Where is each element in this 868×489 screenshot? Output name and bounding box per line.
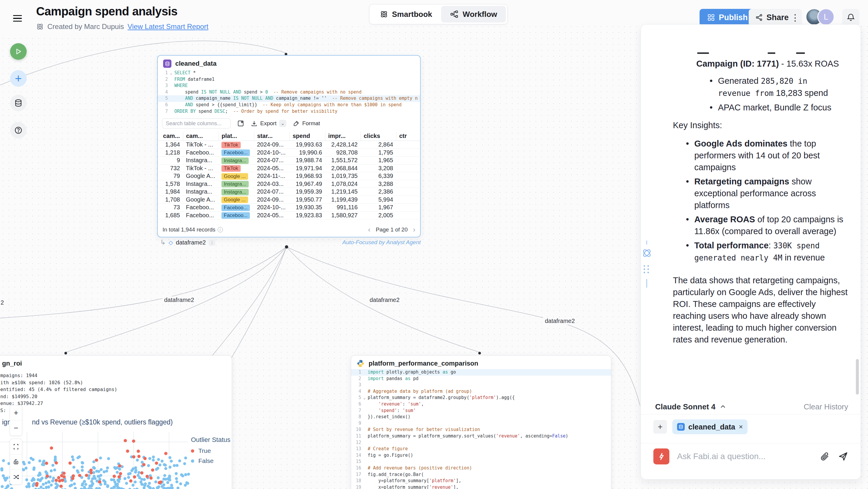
code-line[interactable]: 2import pandas as pd (351, 376, 611, 382)
tab-workflow[interactable]: Workflow (441, 6, 506, 23)
column-header[interactable]: plat... (218, 131, 254, 141)
remove-context-button[interactable]: × (739, 423, 743, 431)
tab-smartbook[interactable]: Smartbook (371, 6, 441, 23)
code-line[interactable]: 4 spend IS NOT NULL AND spend > 0 -- Rem… (158, 89, 420, 96)
table-row[interactable]: 1,984Instagra...Instagra...2024-07...19,… (158, 188, 421, 196)
sql-code-editor[interactable]: 1⌄SELECT *2FROM dataframe13WHERE4 spend … (158, 70, 420, 115)
code-line[interactable]: 16# Add revenue bars (positive direction… (351, 465, 611, 471)
add-node-button[interactable]: + (10, 70, 27, 87)
attach-file-button[interactable] (820, 451, 830, 461)
code-line[interactable]: 19 x=platform_summary['revenue'], (351, 484, 611, 489)
column-header[interactable]: star... (254, 131, 289, 141)
help-icon (14, 126, 23, 134)
fold-chevron-icon[interactable]: ⌄ (361, 395, 368, 401)
code-line[interactable]: 12 (351, 439, 611, 446)
search-input[interactable] (162, 118, 230, 128)
legend-item-true[interactable]: True (191, 447, 230, 454)
assistant-conversation[interactable]: Campaign (ID: 1771) - 15.63x ROAS •Gener… (641, 25, 861, 412)
data-sources-button[interactable] (10, 95, 27, 111)
output-options-badge[interactable]: ⋮ (209, 239, 215, 246)
table-row[interactable]: 79Google A...Google ...2024-11-...19,968… (158, 172, 421, 180)
next-page-button[interactable]: › (413, 225, 415, 234)
column-header[interactable]: clicks (361, 131, 396, 141)
column-header[interactable]: spend (289, 131, 325, 141)
export-menu-chevron[interactable]: ⌄ (279, 120, 286, 127)
column-header[interactable]: cam... (158, 131, 183, 141)
expand-table-button[interactable] (237, 120, 244, 127)
notifications-button[interactable] (842, 9, 860, 26)
workflow-canvas[interactable]: dataframe2dataframe2dataframe22 Campaign… (0, 0, 868, 489)
model-selector[interactable]: Claude Sonnet 4 (655, 402, 726, 411)
prev-page-button[interactable]: ‹ (368, 225, 370, 234)
table-row[interactable]: 9Instagra...Instagra...2024-07...19,988.… (158, 157, 421, 164)
menu-icon[interactable] (13, 13, 25, 24)
code-line[interactable]: 8}).reset_index() (351, 414, 611, 420)
format-button[interactable]: Format (293, 120, 320, 127)
column-header[interactable]: ctr (396, 131, 421, 141)
code-line[interactable]: 7ORDER BY spend DESC; -- Order by spend … (158, 108, 420, 115)
scatter-point (162, 483, 165, 486)
table-row[interactable]: 1,685Faceboo...Faceboo...2024-05...19,92… (158, 211, 421, 219)
node-cleaned-data[interactable]: cleaned_data 1⌄SELECT *2FROM dataframe13… (157, 55, 421, 237)
code-line[interactable]: 1import plotly.graph_objects as go (351, 369, 611, 376)
info-icon[interactable]: i (218, 227, 223, 232)
code-line[interactable]: 11platform_summary = platform_summary.so… (351, 433, 611, 439)
fold-chevron-icon[interactable]: ⌄ (168, 70, 174, 77)
code-line[interactable]: 14fig = go.Figure() (351, 452, 611, 459)
send-button[interactable] (838, 451, 849, 462)
scatter-plot[interactable] (0, 356, 232, 489)
code-line[interactable]: 7 'spend': 'sum' (351, 407, 611, 414)
code-line[interactable]: 18 y=platform_summary['platform'], (351, 478, 611, 484)
export-button[interactable]: Export ⌄ (251, 120, 286, 127)
code-line[interactable]: 4# Aggregate data by platform (ad group) (351, 388, 611, 395)
code-line[interactable]: 10# Sort by revenue for better visualiza… (351, 427, 611, 433)
table-row[interactable]: 73Faceboo...Faceboo...2024-10-...19,930.… (158, 204, 421, 212)
table-row[interactable]: 1,364TikTok - ...TikTok2024-09...19,993.… (158, 141, 421, 149)
code-line[interactable]: 5⌄platform_summary = dataframe2.groupby(… (351, 395, 611, 401)
node-platform-performance-comparison[interactable]: platform_performance_comparison 1import … (351, 355, 611, 489)
drag-handle-icon[interactable] (644, 265, 650, 273)
ask-fabi-input[interactable] (677, 452, 812, 461)
legend-item-false[interactable]: False (191, 457, 230, 464)
column-header[interactable]: cam... (183, 131, 218, 141)
node-header[interactable]: platform_performance_comparison (351, 356, 611, 369)
code-line[interactable]: 6 AND spend > {{spend_limit}} -- Keep on… (158, 102, 420, 108)
scatter-point (98, 487, 101, 489)
code-line[interactable]: 2FROM dataframe1 (158, 77, 420, 83)
table-row[interactable]: 1,578Instagra...Instagra...2024-03...19,… (158, 180, 421, 188)
panel-scrollbar[interactable] (856, 359, 859, 395)
code-line[interactable]: 15 (351, 459, 611, 465)
auto-layout-button[interactable] (10, 469, 22, 484)
smartbook-atom-icon-blue[interactable] (642, 248, 652, 258)
user-avatar-initial[interactable]: L (817, 8, 835, 26)
context-chip-cleaned-data[interactable]: cleaned_data × (672, 420, 747, 434)
publish-button[interactable]: Publish (700, 9, 755, 26)
table-row[interactable]: 1,708Google A...Google ...2024-09...19,9… (158, 196, 421, 204)
view-latest-smart-report-link[interactable]: View Latest Smart Report (128, 23, 209, 31)
node-campaign-roi[interactable]: gn_roi mpaigns: 1944 ith ≥$10k spend: 10… (0, 355, 232, 489)
result-table[interactable]: cam...cam...plat...star...spendimpr...cl… (158, 131, 421, 219)
code-line[interactable]: 17fig.add_trace(go.Bar( (351, 471, 611, 478)
more-options-button[interactable]: ⋮ (788, 9, 802, 26)
node-header[interactable]: cleaned_data (158, 56, 420, 69)
clear-history-button[interactable]: Clear History (804, 402, 848, 411)
run-workflow-button[interactable] (10, 43, 27, 60)
lock-canvas-button[interactable] (10, 454, 22, 469)
help-button[interactable] (10, 122, 27, 139)
code-line[interactable]: 6 'revenue': 'sum', (351, 401, 611, 407)
add-context-button[interactable]: + (653, 420, 667, 434)
code-line[interactable]: 13# Create figure (351, 446, 611, 452)
table-row[interactable]: 732TikTok - ...TikTok2024-05...19,971.94… (158, 164, 421, 172)
code-line[interactable]: 3WHERE (158, 83, 420, 89)
output-dataframe-name[interactable]: dataframe2 (176, 239, 206, 246)
fit-view-button[interactable] (10, 439, 22, 454)
python-code-editor[interactable]: 1import plotly.graph_objects as go2impor… (351, 369, 611, 489)
code-line[interactable]: 5 AND campaign_name IS NOT NULL AND camp… (158, 95, 420, 102)
zoom-out-button[interactable]: − (10, 420, 22, 435)
column-header[interactable]: impr... (325, 131, 361, 141)
zoom-in-button[interactable]: + (10, 405, 22, 420)
code-line[interactable]: 1⌄SELECT * (158, 70, 420, 77)
code-line[interactable]: 9 (351, 420, 611, 427)
table-row[interactable]: 1,218Faceboo...Faceboo...2024-10-...19,9… (158, 149, 421, 157)
code-line[interactable]: 3 (351, 382, 611, 388)
